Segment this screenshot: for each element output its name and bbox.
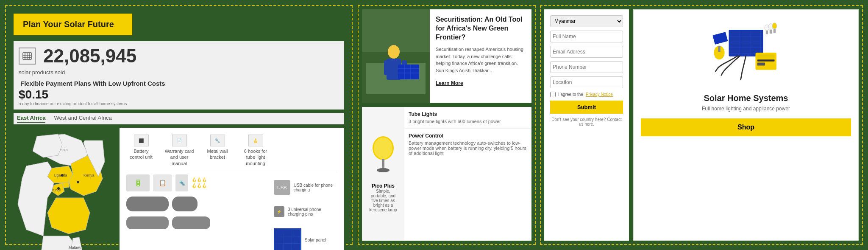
privacy-link[interactable]: Privacy Notice <box>586 92 613 97</box>
label-bracket: 🔧 Metal wall bracket <box>203 135 232 166</box>
article-card: Securitisation: An Old Tool for Africa's… <box>362 9 531 103</box>
checkbox-text: I agree to the <box>558 92 583 97</box>
svg-rect-22 <box>398 65 419 79</box>
svg-rect-41 <box>757 55 775 59</box>
solar-home-title: Solar Home Systems <box>704 93 788 103</box>
form-footer: Don't see your country here? Contact us … <box>550 117 623 126</box>
article-content: Securitisation: An Old Tool for Africa's… <box>430 9 531 103</box>
svg-point-28 <box>374 138 392 159</box>
far-right-panel: Myanmar I agree to the Privacy Notice Su… <box>540 5 863 245</box>
svg-point-13 <box>77 181 79 183</box>
products-sold-number: 22,085,945 <box>40 45 140 67</box>
svg-text:Uganda: Uganda <box>54 173 67 177</box>
svg-text:Kenya: Kenya <box>83 173 95 177</box>
pico-image-section: Pico Plus Simple, portable, and five tim… <box>362 107 404 241</box>
location-input[interactable] <box>550 76 623 88</box>
svg-point-12 <box>57 187 60 190</box>
region-tab-east-africa[interactable]: East Africa <box>17 115 45 123</box>
form-card: Myanmar I agree to the Privacy Notice Su… <box>544 9 629 241</box>
svg-rect-32 <box>729 31 762 56</box>
product-items: 🔋 📋 🔩 🪝🪝🪝 🪝🪝🪝 <box>126 174 337 250</box>
africa-map: Ethiopia Uganda Kenya Burundi <box>14 128 111 250</box>
svg-rect-45 <box>766 31 768 34</box>
svg-text:Malawi: Malawi <box>69 245 81 250</box>
map-and-product: Ethiopia Uganda Kenya Burundi <box>14 128 344 250</box>
tube-section-body: 3 bright tube lights with 600 lumens of … <box>409 119 527 124</box>
usb-label: USB cable for phone charging <box>294 183 337 192</box>
tube-section-title: Tube Lights <box>409 111 527 117</box>
full-name-input[interactable] <box>550 31 623 42</box>
pico-details: Tube Lights 3 bright tube lights with 60… <box>404 107 531 241</box>
article-image <box>362 9 430 103</box>
svg-point-11 <box>61 174 64 177</box>
solar-home-card: Solar Home Systems Full home lighting an… <box>633 9 859 241</box>
panel-label: Solar panel <box>305 238 326 242</box>
shop-button[interactable]: Shop <box>641 118 851 136</box>
svg-rect-20 <box>384 60 389 75</box>
svg-rect-52 <box>712 32 728 45</box>
learn-more-link[interactable]: Learn More <box>436 80 463 86</box>
svg-point-48 <box>772 23 777 29</box>
svg-point-18 <box>388 45 400 59</box>
pico-power-section: Power Control Battery management technol… <box>404 129 531 241</box>
power-section-body: Battery management technology auto-switc… <box>409 140 527 156</box>
svg-rect-49 <box>773 29 776 33</box>
privacy-checkbox-row: I agree to the Privacy Notice <box>550 92 623 97</box>
pico-tube-section: Tube Lights 3 bright tube lights with 60… <box>404 107 531 129</box>
payment-price: $0.15 <box>19 88 339 101</box>
privacy-checkbox[interactable] <box>550 92 556 97</box>
label-warranty: 📄 Warranty card and user manual <box>164 135 194 166</box>
label-hooks: 🪝 6 hooks for tube light mounting <box>241 135 270 166</box>
submit-button[interactable]: Submit <box>550 101 623 114</box>
right-panel: Securitisation: An Old Tool for Africa's… <box>358 5 863 245</box>
solar-icon <box>19 48 36 65</box>
article-title: Securitisation: An Old Tool for Africa's… <box>436 15 526 42</box>
region-tab-west-africa[interactable]: West and Central Africa <box>54 115 111 123</box>
email-input[interactable] <box>550 46 623 58</box>
map-area: Ethiopia Uganda Kenya Burundi <box>14 128 115 250</box>
svg-rect-51 <box>718 46 720 52</box>
svg-rect-47 <box>770 30 772 34</box>
middle-right-panel: Securitisation: An Old Tool for Africa's… <box>358 5 536 245</box>
pico-card: Pico Plus Simple, portable, and five tim… <box>362 107 531 241</box>
svg-point-30 <box>377 168 389 172</box>
svg-rect-42 <box>757 59 775 62</box>
left-panel: Plan Your Solar Future 22,085,945 solar … <box>5 5 353 245</box>
product-card: ⬛ Battery control unit 📄 Warranty card a… <box>120 128 344 250</box>
solar-product-image <box>708 19 784 87</box>
main-container: Plan Your Solar Future 22,085,945 solar … <box>0 0 868 250</box>
svg-rect-43 <box>757 62 765 65</box>
country-select[interactable]: Myanmar <box>550 15 623 27</box>
pico-name: Pico Plus <box>372 183 395 189</box>
payment-subtitle: a day to finance our exciting product fo… <box>19 101 339 106</box>
region-tabs: East Africa West and Central Africa <box>14 113 344 124</box>
payment-title: Flexible Payment Plans With Low Upfront … <box>19 79 339 88</box>
stats-block: 22,085,945 solar products sold Flexible … <box>14 41 344 110</box>
pico-description: Simple, portable, and five times as brig… <box>366 189 400 212</box>
solar-home-subtitle: Full home lighting and appliance power <box>702 106 790 112</box>
label-battery: ⬛ Battery control unit <box>126 135 156 166</box>
article-body: Securitisation reshaped America's housin… <box>436 46 526 74</box>
plan-button[interactable]: Plan Your Solar Future <box>14 14 132 35</box>
products-sold-label: solar products sold <box>19 69 339 76</box>
pins-label: 3 universal phone charging pins <box>288 207 337 216</box>
power-section-title: Power Control <box>409 133 527 139</box>
svg-rect-29 <box>382 159 384 169</box>
phone-input[interactable] <box>550 61 623 73</box>
product-labels-row: ⬛ Battery control unit 📄 Warranty card a… <box>126 135 337 170</box>
